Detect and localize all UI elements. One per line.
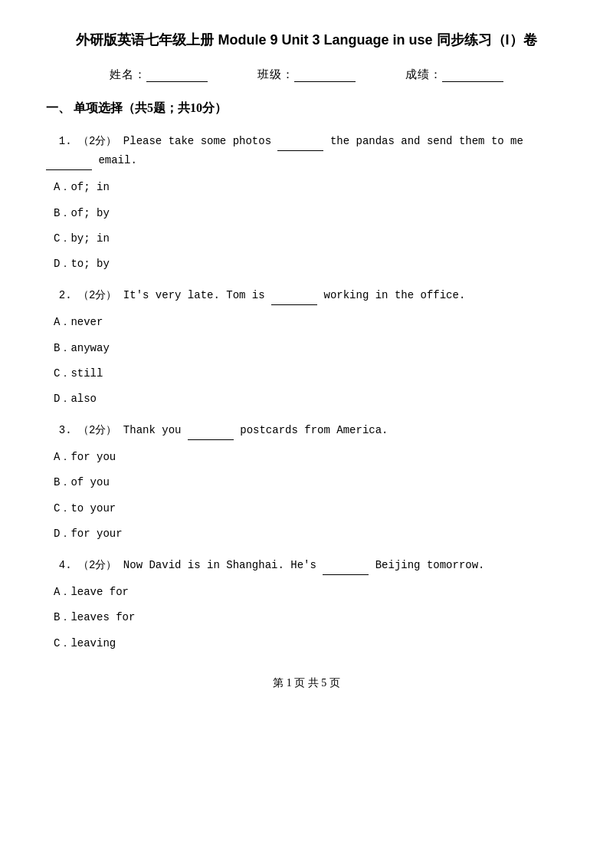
question-1-option-d: D．to; by: [46, 255, 567, 274]
question-1-stem: 1. （2分） Please take some photos the pand…: [46, 132, 567, 170]
question-2-option-b: B．anyway: [46, 339, 567, 358]
question-4-option-a: A．leave for: [46, 583, 567, 602]
question-1-option-b: B．of; by: [46, 204, 567, 223]
question-3: 3. （2分） Thank you postcards from America…: [46, 421, 567, 544]
question-3-option-d: D．for your: [46, 524, 567, 544]
question-2-option-a: A．never: [46, 313, 567, 332]
question-4-option-b: B．leaves for: [46, 608, 567, 627]
question-3-stem: 3. （2分） Thank you postcards from America…: [46, 421, 567, 440]
class-label: 班级：: [257, 68, 294, 81]
question-4-option-c: C．leaving: [46, 634, 567, 653]
question-2-stem: 2. （2分） It's very late. Tom is working i…: [46, 286, 567, 305]
question-3-option-c: C．to your: [46, 499, 567, 518]
score-label: 成绩：: [405, 68, 442, 81]
name-blank: [146, 81, 208, 82]
question-3-option-a: A．for you: [46, 448, 567, 467]
question-4: 4. （2分） Now David is in Shanghai. He's B…: [46, 556, 567, 653]
question-1-option-a: A．of; in: [46, 178, 567, 197]
page-footer: 第 1 页 共 5 页: [46, 676, 567, 690]
score-blank: [442, 81, 503, 82]
question-2-option-c: C．still: [46, 364, 567, 383]
question-1: 1. （2分） Please take some photos the pand…: [46, 132, 567, 274]
question-4-stem: 4. （2分） Now David is in Shanghai. He's B…: [46, 556, 567, 575]
section1-header: 一、 单项选择（共5题；共10分）: [46, 100, 567, 117]
question-3-option-b: B．of you: [46, 473, 567, 492]
info-row: 姓名： 班级： 成绩：: [46, 67, 567, 82]
question-2: 2. （2分） It's very late. Tom is working i…: [46, 286, 567, 409]
name-label: 姓名：: [110, 68, 146, 81]
class-blank: [294, 81, 356, 82]
question-2-option-d: D．also: [46, 390, 567, 409]
page-title: 外研版英语七年级上册 Module 9 Unit 3 Language in u…: [46, 31, 567, 49]
question-1-option-c: C．by; in: [46, 229, 567, 248]
